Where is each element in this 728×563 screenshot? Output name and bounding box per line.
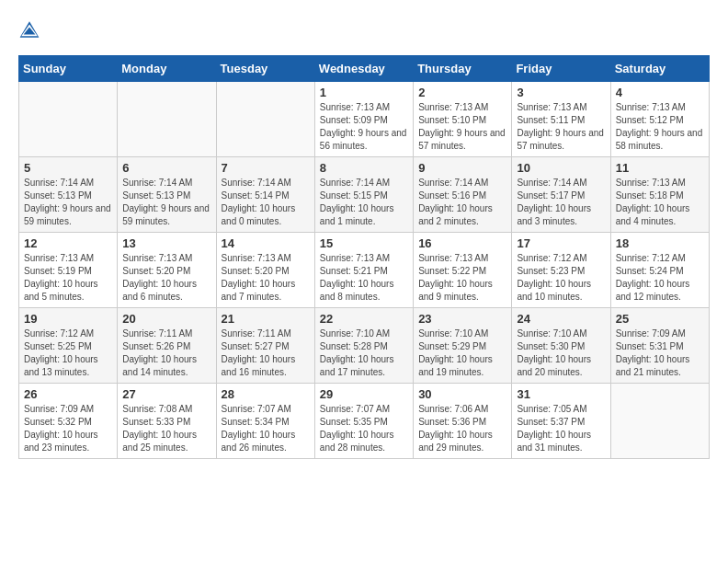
- logo-icon: [18, 18, 40, 40]
- day-cell: 28Sunrise: 7:07 AMSunset: 5:34 PMDayligh…: [216, 384, 314, 459]
- day-number: 15: [320, 236, 408, 250]
- day-number: 13: [122, 236, 210, 250]
- day-info: Sunrise: 7:07 AMSunset: 5:35 PMDaylight:…: [320, 403, 408, 454]
- day-cell: 11Sunrise: 7:13 AMSunset: 5:18 PMDayligh…: [610, 157, 709, 233]
- day-cell: 2Sunrise: 7:13 AMSunset: 5:10 PMDaylight…: [414, 82, 512, 157]
- day-number: 28: [222, 387, 310, 401]
- day-number: 2: [418, 86, 506, 99]
- day-header-saturday: Saturday: [610, 56, 709, 82]
- day-info: Sunrise: 7:13 AMSunset: 5:21 PMDaylight:…: [320, 252, 408, 304]
- week-row-4: 19Sunrise: 7:12 AMSunset: 5:25 PMDayligh…: [19, 308, 710, 384]
- day-info: Sunrise: 7:12 AMSunset: 5:24 PMDaylight:…: [616, 252, 704, 304]
- day-info: Sunrise: 7:10 AMSunset: 5:28 PMDaylight:…: [320, 327, 408, 379]
- day-cell: 19Sunrise: 7:12 AMSunset: 5:25 PMDayligh…: [19, 308, 118, 384]
- day-header-tuesday: Tuesday: [216, 56, 314, 82]
- day-number: 6: [122, 161, 210, 175]
- day-number: 11: [616, 161, 704, 175]
- day-number: 21: [222, 312, 310, 326]
- day-cell: 31Sunrise: 7:05 AMSunset: 5:37 PMDayligh…: [512, 384, 610, 459]
- day-number: 1: [320, 86, 408, 99]
- day-cell: 5Sunrise: 7:14 AMSunset: 5:13 PMDaylight…: [19, 157, 118, 233]
- day-info: Sunrise: 7:11 AMSunset: 5:26 PMDaylight:…: [122, 327, 210, 379]
- day-header-monday: Monday: [118, 56, 216, 82]
- day-number: 8: [320, 161, 408, 175]
- week-row-1: 1Sunrise: 7:13 AMSunset: 5:09 PMDaylight…: [19, 82, 710, 157]
- day-cell: 27Sunrise: 7:08 AMSunset: 5:33 PMDayligh…: [118, 384, 216, 459]
- day-info: Sunrise: 7:08 AMSunset: 5:33 PMDaylight:…: [122, 403, 210, 454]
- day-number: 18: [616, 236, 704, 250]
- day-cell: 1Sunrise: 7:13 AMSunset: 5:09 PMDaylight…: [314, 82, 413, 157]
- day-cell: 15Sunrise: 7:13 AMSunset: 5:21 PMDayligh…: [314, 233, 413, 308]
- day-header-wednesday: Wednesday: [314, 56, 413, 82]
- day-cell: 14Sunrise: 7:13 AMSunset: 5:20 PMDayligh…: [216, 233, 314, 308]
- day-cell: [19, 82, 118, 157]
- day-info: Sunrise: 7:11 AMSunset: 5:27 PMDaylight:…: [222, 327, 310, 379]
- day-info: Sunrise: 7:13 AMSunset: 5:10 PMDaylight:…: [418, 101, 506, 153]
- day-number: 19: [24, 312, 112, 326]
- calendar-header-row: SundayMondayTuesdayWednesdayThursdayFrid…: [19, 56, 710, 82]
- day-cell: 26Sunrise: 7:09 AMSunset: 5:32 PMDayligh…: [19, 384, 118, 459]
- day-cell: 30Sunrise: 7:06 AMSunset: 5:36 PMDayligh…: [414, 384, 512, 459]
- day-info: Sunrise: 7:13 AMSunset: 5:22 PMDaylight:…: [418, 252, 506, 304]
- day-number: 10: [517, 161, 605, 175]
- day-cell: 13Sunrise: 7:13 AMSunset: 5:20 PMDayligh…: [118, 233, 216, 308]
- day-number: 12: [24, 236, 112, 250]
- day-cell: 9Sunrise: 7:14 AMSunset: 5:16 PMDaylight…: [414, 157, 512, 233]
- day-info: Sunrise: 7:10 AMSunset: 5:30 PMDaylight:…: [517, 327, 605, 379]
- day-cell: 21Sunrise: 7:11 AMSunset: 5:27 PMDayligh…: [216, 308, 314, 384]
- day-number: 27: [122, 387, 210, 401]
- day-number: 31: [517, 387, 605, 401]
- day-number: 14: [222, 236, 310, 250]
- day-cell: 18Sunrise: 7:12 AMSunset: 5:24 PMDayligh…: [610, 233, 709, 308]
- day-header-friday: Friday: [512, 56, 610, 82]
- day-cell: 6Sunrise: 7:14 AMSunset: 5:13 PMDaylight…: [118, 157, 216, 233]
- day-cell: 24Sunrise: 7:10 AMSunset: 5:30 PMDayligh…: [512, 308, 610, 384]
- day-number: 20: [122, 312, 210, 326]
- day-info: Sunrise: 7:14 AMSunset: 5:15 PMDaylight:…: [320, 177, 408, 228]
- day-number: 17: [517, 236, 605, 250]
- day-number: 22: [320, 312, 408, 326]
- day-cell: 12Sunrise: 7:13 AMSunset: 5:19 PMDayligh…: [19, 233, 118, 308]
- day-number: 23: [418, 312, 506, 326]
- day-cell: 3Sunrise: 7:13 AMSunset: 5:11 PMDaylight…: [512, 82, 610, 157]
- day-info: Sunrise: 7:14 AMSunset: 5:13 PMDaylight:…: [24, 177, 112, 228]
- day-info: Sunrise: 7:09 AMSunset: 5:31 PMDaylight:…: [616, 327, 704, 379]
- day-cell: 25Sunrise: 7:09 AMSunset: 5:31 PMDayligh…: [610, 308, 709, 384]
- day-info: Sunrise: 7:05 AMSunset: 5:37 PMDaylight:…: [517, 403, 605, 454]
- week-row-3: 12Sunrise: 7:13 AMSunset: 5:19 PMDayligh…: [19, 233, 710, 308]
- day-info: Sunrise: 7:14 AMSunset: 5:17 PMDaylight:…: [517, 177, 605, 228]
- day-cell: 8Sunrise: 7:14 AMSunset: 5:15 PMDaylight…: [314, 157, 413, 233]
- day-number: 4: [616, 86, 704, 99]
- day-number: 9: [418, 161, 506, 175]
- day-cell: 23Sunrise: 7:10 AMSunset: 5:29 PMDayligh…: [414, 308, 512, 384]
- day-cell: [610, 384, 709, 459]
- day-number: 7: [222, 161, 310, 175]
- day-info: Sunrise: 7:14 AMSunset: 5:16 PMDaylight:…: [418, 177, 506, 228]
- day-number: 24: [517, 312, 605, 326]
- day-info: Sunrise: 7:12 AMSunset: 5:25 PMDaylight:…: [24, 327, 112, 379]
- day-info: Sunrise: 7:13 AMSunset: 5:18 PMDaylight:…: [616, 177, 704, 228]
- day-info: Sunrise: 7:13 AMSunset: 5:20 PMDaylight:…: [122, 252, 210, 304]
- day-info: Sunrise: 7:14 AMSunset: 5:14 PMDaylight:…: [222, 177, 310, 228]
- day-info: Sunrise: 7:07 AMSunset: 5:34 PMDaylight:…: [222, 403, 310, 454]
- day-cell: 7Sunrise: 7:14 AMSunset: 5:14 PMDaylight…: [216, 157, 314, 233]
- day-cell: 20Sunrise: 7:11 AMSunset: 5:26 PMDayligh…: [118, 308, 216, 384]
- day-number: 30: [418, 387, 506, 401]
- day-info: Sunrise: 7:13 AMSunset: 5:19 PMDaylight:…: [24, 252, 112, 304]
- day-cell: 22Sunrise: 7:10 AMSunset: 5:28 PMDayligh…: [314, 308, 413, 384]
- logo: [18, 18, 44, 40]
- day-number: 5: [24, 161, 112, 175]
- page-header: [18, 18, 710, 40]
- day-info: Sunrise: 7:13 AMSunset: 5:11 PMDaylight:…: [517, 101, 605, 153]
- week-row-2: 5Sunrise: 7:14 AMSunset: 5:13 PMDaylight…: [19, 157, 710, 233]
- week-row-5: 26Sunrise: 7:09 AMSunset: 5:32 PMDayligh…: [19, 384, 710, 459]
- day-cell: 10Sunrise: 7:14 AMSunset: 5:17 PMDayligh…: [512, 157, 610, 233]
- day-info: Sunrise: 7:12 AMSunset: 5:23 PMDaylight:…: [517, 252, 605, 304]
- day-cell: [118, 82, 216, 157]
- day-number: 25: [616, 312, 704, 326]
- day-cell: 4Sunrise: 7:13 AMSunset: 5:12 PMDaylight…: [610, 82, 709, 157]
- day-number: 16: [418, 236, 506, 250]
- day-info: Sunrise: 7:13 AMSunset: 5:20 PMDaylight:…: [222, 252, 310, 304]
- day-info: Sunrise: 7:06 AMSunset: 5:36 PMDaylight:…: [418, 403, 506, 454]
- day-cell: [216, 82, 314, 157]
